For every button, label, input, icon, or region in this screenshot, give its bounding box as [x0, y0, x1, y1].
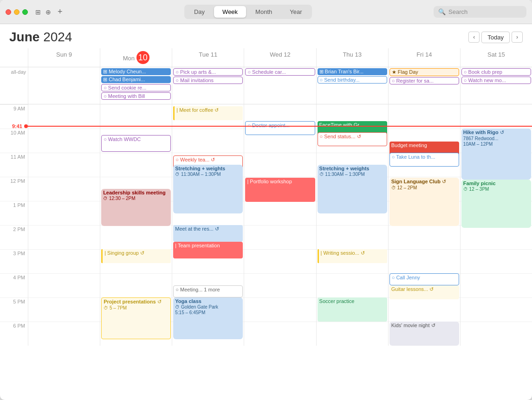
- close-button[interactable]: [6, 9, 11, 15]
- event-meeting-bill[interactable]: ○ Meeting with Bill: [101, 92, 171, 100]
- titlebar-icons: ⊞ ⊕: [35, 8, 51, 16]
- day-header-wed: Wed 12: [244, 48, 316, 67]
- tab-day[interactable]: Day: [186, 6, 213, 18]
- col-tue: | Meet for coffee ↺ ○ Weekly tea... ↺ St…: [172, 104, 244, 346]
- event-take-luna[interactable]: ○ Take Luna to th...: [389, 153, 459, 167]
- event-watch-movie[interactable]: ○ Watch new mo...: [461, 77, 531, 84]
- traffic-lights: [6, 9, 28, 15]
- event-stretching-tue[interactable]: Stretching + weights ⏱ 11:30AM – 1:30PM: [173, 165, 243, 213]
- time-grid: 9 AM 10 AM 11 AM 12 PM 1 PM 2 PM 3 PM 4 …: [0, 104, 532, 400]
- view-tabs: Day Week Month Year: [184, 5, 312, 19]
- day-label: Thu 13: [343, 51, 361, 58]
- col-wed: ○ Doctor appoint... | Portfolio workshop: [244, 104, 316, 346]
- event-doctor[interactable]: ○ Doctor appoint...: [245, 121, 315, 135]
- day-header-sun: Sun 9: [28, 48, 100, 67]
- day-header-tue: Tue 11: [172, 48, 244, 67]
- event-project-presentations[interactable]: Project presentations ↺ ⏱ 5 – 7PM: [101, 297, 171, 339]
- event-meeting-more[interactable]: ○ Meeting... 1 more: [173, 285, 243, 297]
- day-label: Tue 11: [199, 51, 217, 58]
- day-label: Sun 9: [56, 51, 72, 58]
- day-header-fri: Fri 14: [388, 48, 460, 67]
- tab-year[interactable]: Year: [281, 6, 310, 18]
- event-chad[interactable]: ⊞ Chad Benjami...: [101, 76, 171, 83]
- event-meet-coffee[interactable]: | Meet for coffee ↺: [173, 106, 243, 120]
- col-sat: Hike with Rigo ↺ 7867 Redwood... 10AM – …: [460, 104, 532, 346]
- navigation-controls: ‹ Today ›: [468, 32, 523, 43]
- event-stretching-thu[interactable]: Stretching + weights ⏱ 11:30AM – 1:30PM: [318, 165, 387, 213]
- event-melody[interactable]: ⊞ Melody Cheun...: [101, 68, 171, 75]
- day-header-mon: Mon 10: [100, 48, 172, 67]
- event-family-picnic[interactable]: Family picnic ⏱ 12 – 3PM: [461, 180, 531, 228]
- event-sign-language[interactable]: Sign Language Club ↺ ⏱ 12 – 2PM: [389, 178, 459, 226]
- day-label: Mon: [123, 55, 136, 62]
- prev-button[interactable]: ‹: [468, 32, 480, 43]
- time-11am: 11 AM: [0, 153, 28, 177]
- next-button[interactable]: ›: [512, 32, 523, 43]
- time-5pm: 5 PM: [0, 297, 28, 322]
- col-sun: [28, 104, 100, 346]
- search-box[interactable]: 🔍 Search: [434, 6, 526, 18]
- time-4pm: 4 PM: [0, 273, 28, 297]
- event-portfolio[interactable]: | Portfolio workshop: [245, 178, 315, 202]
- maximize-button[interactable]: [22, 9, 28, 15]
- inbox-icon[interactable]: ⊕: [45, 8, 51, 16]
- search-icon: 🔍: [438, 8, 446, 15]
- time-6pm: 6 PM: [0, 322, 28, 346]
- allday-thu: ⊞ Brian Tran's Bir... ○ Send birthday...: [316, 67, 388, 104]
- calendar-header: June 2024 ‹ Today ›: [0, 24, 532, 48]
- day-label: Fri 14: [416, 51, 432, 58]
- minimize-button[interactable]: [14, 9, 19, 15]
- tab-month[interactable]: Month: [247, 6, 280, 18]
- event-icon: ⊞: [103, 77, 107, 82]
- allday-sat: ○ Book club prep ○ Watch new mo...: [460, 67, 532, 104]
- allday-row: all-day ⊞ Melody Cheun... ⊞ Chad Benjami…: [0, 67, 532, 104]
- col-thu: FaceTime with Gr... ○ Send status... ↺ S…: [316, 104, 388, 346]
- today-button[interactable]: Today: [481, 32, 510, 43]
- titlebar: ⊞ ⊕ + Day Week Month Year 🔍 Search: [0, 0, 532, 24]
- time-labels: 9 AM 10 AM 11 AM 12 PM 1 PM 2 PM 3 PM 4 …: [0, 104, 28, 346]
- event-hike-rigo[interactable]: Hike with Rigo ↺ 7867 Redwood... 10AM – …: [461, 129, 531, 180]
- time-body: 9 AM 10 AM 11 AM 12 PM 1 PM 2 PM 3 PM 4 …: [0, 104, 532, 346]
- event-team-presentation[interactable]: | Team presentation: [173, 242, 243, 258]
- event-flag-day[interactable]: ★ Flag Day: [389, 68, 459, 76]
- event-leadership-meeting[interactable]: Leadership skills meeting ⏱ 12:30 – 2PM: [101, 189, 171, 226]
- event-meet-restaurant[interactable]: Meet at the res... ↺: [173, 225, 243, 242]
- event-send-birthday[interactable]: ○ Send birthday...: [318, 76, 387, 84]
- event-icon: ⊞: [319, 69, 324, 74]
- day-label: Sat 15: [487, 51, 505, 58]
- month-year-title: June 2024: [9, 30, 72, 45]
- event-mail-invitations[interactable]: ○ Mail invitations: [173, 77, 243, 84]
- event-writing-session[interactable]: | Writing sessio... ↺: [318, 249, 387, 263]
- event-call-jenny[interactable]: ○ Call Jenny: [389, 273, 459, 285]
- event-kids-movie[interactable]: Kids' movie night ↺: [389, 322, 459, 346]
- add-event-button[interactable]: +: [58, 7, 63, 17]
- event-guitar-lessons[interactable]: Guitar lessons... ↺: [389, 285, 459, 299]
- allday-wed: ○ Schedule car...: [244, 67, 316, 104]
- event-watch-wwdc[interactable]: ○ Watch WWDC: [101, 135, 171, 152]
- event-singing-group[interactable]: | Singing group ↺: [101, 249, 171, 263]
- time-gutter-header: [0, 48, 28, 67]
- event-brian-bday[interactable]: ⊞ Brian Tran's Bir...: [318, 68, 387, 75]
- day-number-today: 10: [136, 51, 149, 64]
- event-pickup-arts[interactable]: ○ Pick up arts &...: [173, 68, 243, 76]
- allday-fri: ★ Flag Day ○ Register for sa...: [388, 67, 460, 104]
- allday-mon: ⊞ Melody Cheun... ⊞ Chad Benjami... ○ Se…: [100, 67, 172, 104]
- calendar-list-icon[interactable]: ⊞: [35, 8, 41, 16]
- search-placeholder: Search: [448, 8, 467, 15]
- day-label: Wed 12: [270, 51, 291, 58]
- time-3pm: 3 PM: [0, 249, 28, 273]
- day-headers: Sun 9 Mon 10 Tue 11 Wed 12 Thu 13 Fri 14…: [0, 48, 532, 67]
- event-book-club[interactable]: ○ Book club prep: [461, 68, 531, 76]
- allday-tue: ○ Pick up arts &... ○ Mail invitations: [172, 67, 244, 104]
- event-send-cookie[interactable]: ○ Send cookie re...: [101, 84, 171, 91]
- tab-week[interactable]: Week: [214, 6, 246, 18]
- event-send-status[interactable]: ○ Send status... ↺: [318, 132, 387, 146]
- event-soccer[interactable]: Soccer practice: [318, 297, 387, 322]
- event-register[interactable]: ○ Register for sa...: [389, 77, 459, 84]
- time-12pm: 12 PM: [0, 177, 28, 201]
- event-schedule-car[interactable]: ○ Schedule car...: [245, 68, 315, 76]
- event-yoga-class[interactable]: Yoga class ⏱ Golden Gate Park 5:15 – 6:4…: [173, 297, 243, 339]
- time-9am: 9 AM: [0, 104, 28, 129]
- time-10am: 10 AM: [0, 129, 28, 153]
- time-2pm: 2 PM: [0, 225, 28, 249]
